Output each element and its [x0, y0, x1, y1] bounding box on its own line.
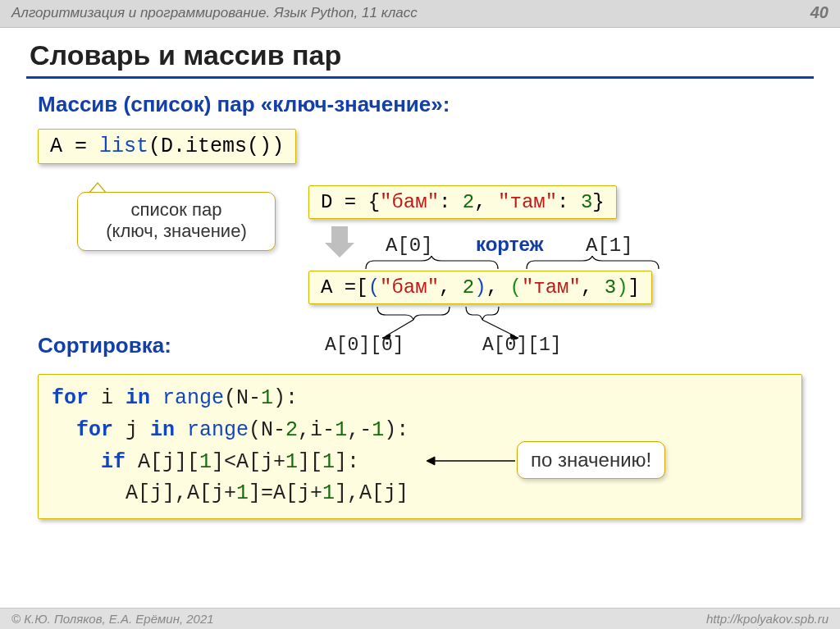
- code-sort-wrap: for i in range(N-1): for j in range(N-2,…: [38, 374, 802, 519]
- label-a0: A[0]: [386, 235, 433, 257]
- code-row-1: A = list(D.items()): [38, 129, 840, 164]
- course-title: Алгоритмизация и программирование. Язык …: [11, 5, 418, 21]
- brace-top-right: [525, 256, 660, 271]
- brace-top-left: [364, 256, 500, 271]
- copyright-text: © К.Ю. Поляков, Е.А. Ерёмин, 2021: [11, 612, 214, 626]
- code-dict: D = {"бам": 2, "там": 3}: [308, 185, 617, 219]
- callout-by-value: по значению!: [517, 441, 665, 479]
- callout-line2: (ключ, значение): [91, 221, 262, 242]
- callout-by-value-arrow: [427, 453, 518, 471]
- section-heading-1: Массив (список) пар «ключ-значение»:: [0, 89, 840, 125]
- arrow-down-icon: [325, 226, 354, 259]
- label-a1: A[1]: [586, 235, 633, 257]
- page-number: 40: [810, 3, 829, 22]
- svg-line-0: [386, 320, 413, 336]
- label-a01: A[0][1]: [482, 335, 562, 356]
- callout-line1: список пар: [91, 199, 262, 221]
- section-heading-2: Сортировка:: [0, 333, 209, 367]
- svg-marker-5: [427, 457, 435, 465]
- header-bar: Алгоритмизация и программирование. Язык …: [0, 0, 840, 28]
- callout-by-value-text: по значению!: [531, 449, 651, 471]
- code-array: A =[("бам", 2), ("там", 3)]: [308, 271, 652, 304]
- footer-bar: © К.Ю. Поляков, Е.А. Ерёмин, 2021 http:/…: [0, 608, 840, 629]
- code-sort: for i in range(N-1): for j in range(N-2,…: [38, 374, 802, 519]
- label-a00: A[0][0]: [325, 335, 404, 356]
- title-rule: [26, 76, 814, 79]
- label-tuple: кортеж: [476, 233, 544, 256]
- svg-line-2: [482, 320, 515, 336]
- code-array-wrap: A =[("бам", 2), ("там", 3)]: [308, 271, 652, 304]
- footer-url: http://kpolyakov.spb.ru: [706, 612, 829, 626]
- callout-pairs-list: список пар (ключ, значение): [77, 192, 276, 251]
- page-title: Словарь и массив пар: [0, 28, 840, 76]
- code-dict-wrap: D = {"бам": 2, "там": 3}: [308, 185, 617, 219]
- code-list-items: A = list(D.items()): [38, 129, 296, 164]
